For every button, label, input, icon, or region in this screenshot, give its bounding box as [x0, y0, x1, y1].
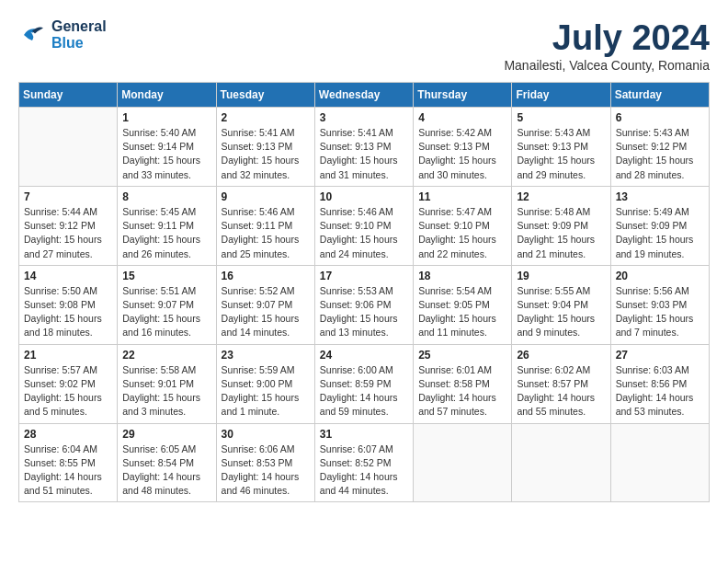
day-info: Sunrise: 5:48 AM Sunset: 9:09 PM Dayligh… — [517, 205, 605, 261]
calendar-cell: 21Sunrise: 5:57 AM Sunset: 9:02 PM Dayli… — [19, 344, 118, 423]
header-thursday: Thursday — [414, 83, 512, 108]
day-number: 2 — [222, 111, 310, 124]
day-number: 16 — [222, 270, 310, 282]
calendar-cell: 7Sunrise: 5:44 AM Sunset: 9:12 PM Daylig… — [19, 186, 118, 265]
day-number: 12 — [517, 190, 605, 203]
calendar-header-row: SundayMondayTuesdayWednesdayThursdayFrid… — [19, 83, 710, 108]
day-info: Sunrise: 5:40 AM Sunset: 9:14 PM Dayligh… — [122, 126, 210, 182]
calendar-cell: 8Sunrise: 5:45 AM Sunset: 9:11 PM Daylig… — [118, 186, 216, 265]
calendar-cell: 31Sunrise: 6:07 AM Sunset: 8:52 PM Dayli… — [314, 423, 413, 502]
day-info: Sunrise: 5:57 AM Sunset: 9:02 PM Dayligh… — [24, 363, 112, 419]
header-friday: Friday — [512, 83, 610, 108]
calendar-week-5: 28Sunrise: 6:04 AM Sunset: 8:55 PM Dayli… — [19, 423, 710, 502]
day-number: 23 — [222, 349, 310, 362]
day-info: Sunrise: 5:43 AM Sunset: 9:13 PM Dayligh… — [517, 126, 605, 182]
calendar-cell: 4Sunrise: 5:42 AM Sunset: 9:13 PM Daylig… — [414, 108, 512, 187]
day-info: Sunrise: 5:53 AM Sunset: 9:06 PM Dayligh… — [320, 284, 408, 340]
logo-text: General Blue — [51, 18, 107, 52]
day-info: Sunrise: 6:04 AM Sunset: 8:55 PM Dayligh… — [24, 442, 112, 499]
calendar-cell: 9Sunrise: 5:46 AM Sunset: 9:11 PM Daylig… — [216, 186, 314, 265]
calendar-cell: 11Sunrise: 5:47 AM Sunset: 9:10 PM Dayli… — [414, 186, 512, 265]
calendar-week-4: 21Sunrise: 5:57 AM Sunset: 9:02 PM Dayli… — [19, 344, 710, 423]
day-info: Sunrise: 6:06 AM Sunset: 8:53 PM Dayligh… — [222, 442, 310, 499]
day-info: Sunrise: 5:51 AM Sunset: 9:07 PM Dayligh… — [122, 284, 210, 340]
calendar-cell: 17Sunrise: 5:53 AM Sunset: 9:06 PM Dayli… — [314, 265, 413, 344]
page-header: General Blue July 2024 Manailesti, Valce… — [18, 18, 710, 73]
day-number: 22 — [122, 349, 210, 362]
day-info: Sunrise: 5:45 AM Sunset: 9:11 PM Dayligh… — [122, 205, 210, 261]
location-subtitle: Manailesti, Valcea County, Romania — [504, 58, 710, 73]
calendar-week-3: 14Sunrise: 5:50 AM Sunset: 9:08 PM Dayli… — [19, 265, 710, 344]
calendar-cell: 23Sunrise: 5:59 AM Sunset: 9:00 PM Dayli… — [216, 344, 314, 423]
calendar-cell: 19Sunrise: 5:55 AM Sunset: 9:04 PM Dayli… — [512, 265, 610, 344]
day-info: Sunrise: 5:56 AM Sunset: 9:03 PM Dayligh… — [616, 284, 704, 340]
calendar-cell: 16Sunrise: 5:52 AM Sunset: 9:07 PM Dayli… — [216, 265, 314, 344]
calendar-cell: 15Sunrise: 5:51 AM Sunset: 9:07 PM Dayli… — [118, 265, 216, 344]
day-number: 11 — [418, 190, 506, 203]
day-info: Sunrise: 5:58 AM Sunset: 9:01 PM Dayligh… — [122, 363, 210, 419]
calendar-cell — [19, 108, 118, 187]
day-number: 17 — [320, 270, 408, 282]
header-sunday: Sunday — [19, 83, 118, 108]
logo-icon — [18, 21, 46, 49]
day-number: 13 — [616, 190, 704, 203]
calendar-cell — [610, 423, 709, 502]
day-number: 7 — [24, 190, 112, 203]
day-info: Sunrise: 5:44 AM Sunset: 9:12 PM Dayligh… — [24, 205, 112, 261]
calendar-cell: 1Sunrise: 5:40 AM Sunset: 9:14 PM Daylig… — [118, 108, 216, 187]
day-number: 29 — [122, 428, 210, 441]
day-info: Sunrise: 5:46 AM Sunset: 9:11 PM Dayligh… — [222, 205, 310, 261]
day-number: 3 — [320, 111, 408, 124]
header-tuesday: Tuesday — [216, 83, 314, 108]
calendar-cell: 2Sunrise: 5:41 AM Sunset: 9:13 PM Daylig… — [216, 108, 314, 187]
calendar-cell: 26Sunrise: 6:02 AM Sunset: 8:57 PM Dayli… — [512, 344, 610, 423]
day-info: Sunrise: 6:01 AM Sunset: 8:58 PM Dayligh… — [418, 363, 506, 419]
calendar-cell: 28Sunrise: 6:04 AM Sunset: 8:55 PM Dayli… — [19, 423, 118, 502]
day-number: 1 — [122, 111, 210, 124]
calendar-week-2: 7Sunrise: 5:44 AM Sunset: 9:12 PM Daylig… — [19, 186, 710, 265]
calendar-cell: 13Sunrise: 5:49 AM Sunset: 9:09 PM Dayli… — [610, 186, 709, 265]
day-info: Sunrise: 6:03 AM Sunset: 8:56 PM Dayligh… — [616, 363, 704, 419]
calendar-table: SundayMondayTuesdayWednesdayThursdayFrid… — [18, 82, 710, 502]
day-number: 10 — [320, 190, 408, 203]
day-info: Sunrise: 5:59 AM Sunset: 9:00 PM Dayligh… — [222, 363, 310, 419]
calendar-cell: 22Sunrise: 5:58 AM Sunset: 9:01 PM Dayli… — [118, 344, 216, 423]
day-number: 4 — [418, 111, 506, 124]
calendar-cell: 24Sunrise: 6:00 AM Sunset: 8:59 PM Dayli… — [314, 344, 413, 423]
day-number: 20 — [616, 270, 704, 282]
day-info: Sunrise: 5:47 AM Sunset: 9:10 PM Dayligh… — [418, 205, 506, 261]
calendar-cell: 3Sunrise: 5:41 AM Sunset: 9:13 PM Daylig… — [314, 108, 413, 187]
calendar-cell: 27Sunrise: 6:03 AM Sunset: 8:56 PM Dayli… — [610, 344, 709, 423]
day-number: 8 — [122, 190, 210, 203]
day-info: Sunrise: 5:52 AM Sunset: 9:07 PM Dayligh… — [222, 284, 310, 340]
day-info: Sunrise: 5:43 AM Sunset: 9:12 PM Dayligh… — [616, 126, 704, 182]
day-number: 6 — [616, 111, 704, 124]
calendar-cell: 29Sunrise: 6:05 AM Sunset: 8:54 PM Dayli… — [118, 423, 216, 502]
day-number: 21 — [24, 349, 112, 362]
day-info: Sunrise: 6:02 AM Sunset: 8:57 PM Dayligh… — [517, 363, 605, 419]
calendar-cell: 6Sunrise: 5:43 AM Sunset: 9:12 PM Daylig… — [610, 108, 709, 187]
day-info: Sunrise: 5:50 AM Sunset: 9:08 PM Dayligh… — [24, 284, 112, 340]
day-number: 31 — [320, 428, 408, 441]
header-wednesday: Wednesday — [314, 83, 413, 108]
calendar-cell: 5Sunrise: 5:43 AM Sunset: 9:13 PM Daylig… — [512, 108, 610, 187]
day-info: Sunrise: 6:00 AM Sunset: 8:59 PM Dayligh… — [320, 363, 408, 419]
header-saturday: Saturday — [610, 83, 709, 108]
logo: General Blue — [18, 18, 107, 52]
day-info: Sunrise: 5:55 AM Sunset: 9:04 PM Dayligh… — [517, 284, 605, 340]
day-info: Sunrise: 5:49 AM Sunset: 9:09 PM Dayligh… — [616, 205, 704, 261]
day-number: 26 — [517, 349, 605, 362]
day-info: Sunrise: 5:41 AM Sunset: 9:13 PM Dayligh… — [320, 126, 408, 182]
day-number: 30 — [222, 428, 310, 441]
month-title: July 2024 — [504, 18, 710, 58]
day-info: Sunrise: 6:07 AM Sunset: 8:52 PM Dayligh… — [320, 442, 408, 499]
day-info: Sunrise: 5:42 AM Sunset: 9:13 PM Dayligh… — [418, 126, 506, 182]
day-number: 25 — [418, 349, 506, 362]
day-info: Sunrise: 5:46 AM Sunset: 9:10 PM Dayligh… — [320, 205, 408, 261]
day-number: 15 — [122, 270, 210, 282]
day-number: 18 — [418, 270, 506, 282]
day-number: 9 — [222, 190, 310, 203]
calendar-cell: 14Sunrise: 5:50 AM Sunset: 9:08 PM Dayli… — [19, 265, 118, 344]
calendar-cell: 10Sunrise: 5:46 AM Sunset: 9:10 PM Dayli… — [314, 186, 413, 265]
day-number: 24 — [320, 349, 408, 362]
